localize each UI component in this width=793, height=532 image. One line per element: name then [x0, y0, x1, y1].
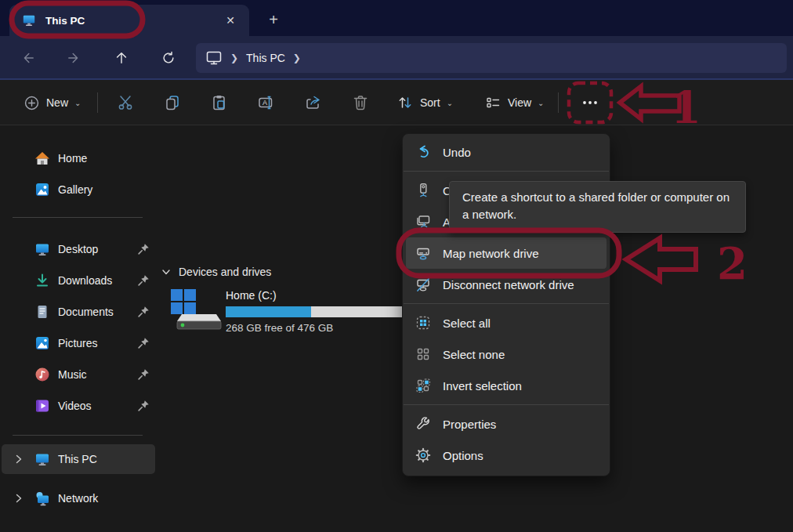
paste-button[interactable]	[204, 89, 235, 117]
refresh-button[interactable]	[155, 45, 182, 71]
title-bar: This PC ✕ +	[0, 0, 793, 36]
add-network-location-icon	[415, 214, 431, 230]
sidebar-item-label: Network	[58, 492, 98, 505]
wrench-icon	[415, 416, 431, 432]
breadcrumb-location[interactable]: This PC	[246, 52, 285, 64]
map-network-drive-icon	[415, 245, 431, 261]
trash-icon	[351, 93, 370, 112]
sidebar-item-videos[interactable]: Videos	[2, 392, 155, 420]
view-button-label: View	[508, 96, 531, 109]
menu-item-label: Select all	[443, 317, 491, 330]
pin-icon	[136, 399, 150, 413]
this-pc-breadcrumb-icon	[205, 49, 223, 67]
sidebar-item-desktop[interactable]: Desktop	[2, 235, 155, 263]
sidebar-item-music[interactable]: Music	[2, 360, 155, 389]
see-more-button[interactable]	[572, 89, 608, 117]
file-explorer-window: This PC ✕ + ❯ This PC ❯	[0, 0, 793, 532]
view-button[interactable]: View ⌄	[478, 89, 550, 117]
group-header-label: Devices and drives	[179, 266, 271, 278]
select-none-icon	[415, 346, 431, 362]
pin-icon	[136, 242, 150, 256]
view-icon	[484, 94, 502, 111]
menu-item-select-all[interactable]: Select all	[406, 307, 607, 338]
address-bar[interactable]: ❯ This PC ❯	[196, 43, 787, 73]
share-icon	[304, 93, 323, 112]
menu-item-label: Disconnect network drive	[443, 278, 574, 291]
sort-button-label: Sort	[420, 96, 440, 109]
menu-item-map-network-drive[interactable]: Map network drive	[406, 237, 607, 269]
menu-item-options[interactable]: Options	[406, 440, 607, 471]
cut-button[interactable]	[110, 89, 141, 117]
cut-icon	[116, 93, 135, 112]
sidebar-item-network[interactable]: Network	[2, 483, 155, 513]
copy-button[interactable]	[157, 89, 188, 117]
sidebar-item-label: Home	[58, 152, 87, 165]
menu-item-disconnect-network-drive[interactable]: Disconnect network drive	[406, 269, 607, 300]
sidebar-item-home[interactable]: Home	[2, 144, 155, 172]
drive-tile-home-c[interactable]: Home (C:) 268 GB free of 476 GB	[168, 284, 426, 339]
group-header-devices-and-drives[interactable]: Devices and drives	[161, 266, 271, 278]
plus-circle-icon	[24, 95, 40, 111]
disconnect-network-drive-icon	[415, 277, 431, 292]
chevron-right-icon[interactable]	[13, 453, 25, 465]
chevron-right-icon[interactable]	[13, 492, 25, 505]
menu-divider	[404, 303, 609, 304]
breadcrumb-chevron-icon[interactable]: ❯	[293, 52, 301, 63]
menu-divider	[404, 404, 609, 405]
menu-divider	[404, 171, 609, 172]
drive-capacity-text: 268 GB free of 476 GB	[226, 322, 333, 334]
sidebar-divider	[13, 217, 143, 218]
sidebar-item-gallery[interactable]: Gallery	[2, 176, 155, 204]
pin-icon	[136, 336, 150, 350]
sidebar-item-label: Music	[58, 368, 87, 381]
menu-item-label: Invert selection	[443, 379, 522, 393]
delete-button[interactable]	[345, 89, 376, 117]
tab-close-icon[interactable]: ✕	[219, 9, 241, 31]
sidebar-item-label: Gallery	[58, 183, 92, 196]
menu-item-invert-selection[interactable]: Invert selection	[406, 370, 607, 401]
toolbar-divider	[558, 92, 559, 113]
menu-item-undo[interactable]: Undo	[406, 136, 607, 168]
chevron-down-icon: ⌄	[74, 99, 81, 107]
rename-icon: A	[257, 93, 276, 112]
pin-icon	[136, 367, 150, 382]
menu-item-select-none[interactable]: Select none	[406, 338, 607, 370]
new-tab-button[interactable]: +	[262, 8, 285, 31]
new-button-label: New	[46, 96, 68, 109]
chevron-down-icon: ⌄	[447, 99, 453, 107]
undo-icon	[415, 144, 431, 160]
documents-icon	[34, 304, 50, 320]
chevron-down-icon[interactable]	[161, 267, 171, 277]
sidebar-item-label: Pictures	[58, 337, 98, 349]
invert-selection-icon	[415, 378, 431, 393]
sidebar-item-downloads[interactable]: Downloads	[2, 266, 155, 295]
toolbar-divider	[97, 92, 98, 113]
sidebar-item-pictures[interactable]: Pictures	[2, 329, 155, 357]
videos-icon	[34, 398, 50, 414]
this-pc-icon	[34, 451, 50, 467]
ellipsis-icon	[581, 93, 599, 112]
drive-usage-fill	[226, 306, 311, 317]
sort-button[interactable]: Sort ⌄	[390, 89, 459, 117]
tab-this-pc[interactable]: This PC ✕	[9, 5, 249, 36]
music-icon	[34, 367, 50, 382]
chevron-down-icon: ⌄	[538, 99, 544, 107]
network-icon	[34, 490, 50, 506]
sidebar-item-label: Desktop	[58, 243, 98, 255]
sidebar-item-label: Documents	[58, 306, 114, 318]
sidebar-item-label: Downloads	[58, 274, 112, 287]
sidebar-item-documents[interactable]: Documents	[2, 298, 155, 326]
rename-button[interactable]: A	[251, 89, 282, 117]
sidebar-item-this-pc[interactable]: This PC	[2, 444, 155, 474]
back-button[interactable]	[14, 45, 41, 71]
this-pc-tab-icon	[22, 13, 36, 27]
menu-item-properties[interactable]: Properties	[406, 408, 607, 440]
up-button[interactable]	[108, 45, 135, 71]
command-bar: New ⌄ A	[0, 80, 793, 125]
sidebar-divider	[13, 435, 143, 436]
forward-button[interactable]	[61, 45, 88, 71]
breadcrumb-chevron-icon: ❯	[230, 52, 238, 63]
new-button[interactable]: New ⌄	[17, 89, 87, 117]
sidebar-item-label: Videos	[58, 400, 92, 412]
share-button[interactable]	[298, 89, 329, 117]
